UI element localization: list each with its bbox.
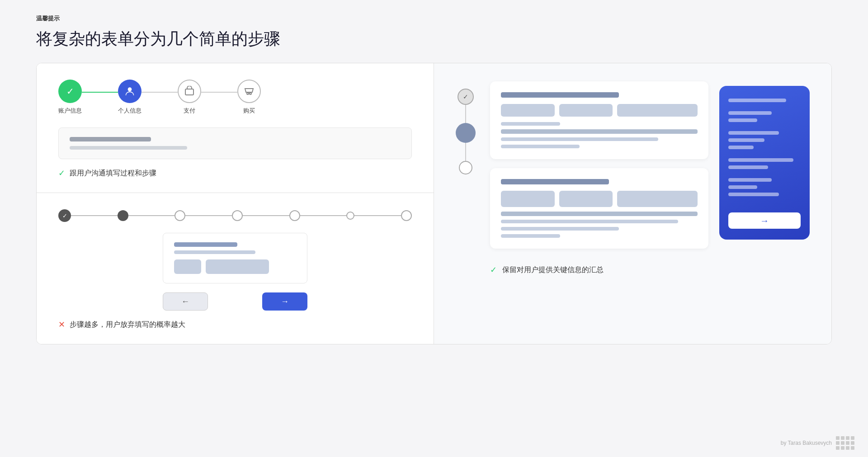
back-button[interactable]: ← — [163, 292, 208, 311]
page-wrapper: 温馨提示 将复杂的表单分为几个简单的步骤 ✓ 账户信息 — [0, 0, 868, 363]
icon-dot-4 — [851, 436, 854, 440]
step-item-1: ✓ 账户信息 — [58, 80, 82, 115]
fc-bar-9 — [501, 227, 619, 231]
sc-bar-8 — [728, 165, 768, 169]
check-icon-green: ✓ — [58, 168, 65, 178]
stepper-good: ✓ 账户信息 个人信息 — [58, 80, 412, 115]
fc-bar-8 — [501, 220, 678, 223]
sc-bar-11 — [728, 193, 779, 196]
step-item-4: 购买 — [237, 80, 261, 115]
bottom-check-icon: ✓ — [490, 265, 497, 275]
stepper-bad: ✓ — [58, 209, 412, 222]
nav-buttons-bad: ← → — [163, 292, 307, 311]
icon-dot-7 — [846, 441, 849, 445]
sc-bar-3 — [728, 118, 757, 122]
fc-bar-7 — [501, 212, 698, 216]
fc-row-1 — [501, 104, 698, 117]
sc-bar-4 — [728, 131, 779, 135]
dot-line-6 — [354, 215, 401, 216]
fc-bar-3 — [501, 129, 698, 134]
sc-bar-1 — [728, 99, 786, 102]
step-item-3: 支付 — [178, 80, 201, 115]
sc-arrow-button[interactable]: → — [728, 212, 801, 229]
v-step-next — [459, 161, 472, 174]
icon-dot-11 — [846, 446, 849, 450]
page-title: 将复杂的表单分为几个简单的步骤 — [36, 28, 832, 50]
icon-grid — [836, 436, 854, 450]
svg-point-0 — [128, 87, 132, 91]
icon-dot-10 — [841, 446, 844, 450]
svg-rect-1 — [185, 89, 193, 95]
dot-outline-4 — [346, 212, 354, 220]
icon-dot-12 — [851, 446, 854, 450]
form-preview-bad — [163, 233, 307, 283]
dot-line-1 — [71, 215, 118, 216]
step-item-2: 个人信息 — [118, 80, 142, 115]
bottom-check-label: 保留对用户提供关键信息的汇总 — [502, 265, 604, 275]
step-label-1: 账户信息 — [58, 107, 82, 115]
dot-outline-1 — [175, 210, 185, 221]
icon-dot-9 — [836, 446, 840, 450]
step-label-4: 购买 — [243, 107, 255, 115]
step-line-3 — [201, 92, 237, 93]
form-bar-light — [174, 250, 255, 254]
v-line-1 — [465, 105, 466, 123]
check-text-good: ✓ 跟用户沟通填写过程和步骤 — [58, 168, 412, 178]
right-with-summary: → — [490, 81, 810, 249]
icon-dot-5 — [836, 441, 840, 445]
check-text-bad: ✕ 步骤越多，用户放弃填写的概率越大 — [58, 320, 412, 330]
dot-filled-1 — [118, 210, 128, 221]
v-step-checked: ✓ — [458, 89, 474, 105]
fc-bar-6 — [501, 179, 609, 184]
fc-bar-2 — [501, 122, 560, 126]
left-top-good: ✓ 账户信息 个人信息 — [37, 63, 434, 193]
fc-item-2b — [559, 191, 613, 207]
fc-item-2c — [617, 191, 698, 207]
left-panel: ✓ 账户信息 个人信息 — [37, 63, 434, 344]
icon-dot-2 — [841, 436, 844, 440]
dot-outline-2 — [232, 210, 243, 221]
right-inner: → ✓ 保留对用户提供关键信息的汇总 — [490, 81, 810, 275]
fc-bar-5 — [501, 145, 580, 148]
tip-label: 温馨提示 — [36, 14, 832, 23]
dot-line-4 — [243, 215, 289, 216]
step-circle-2 — [118, 80, 142, 103]
step-circle-3 — [178, 80, 201, 103]
v-stepper-col: ✓ — [456, 81, 476, 174]
dot-outline-3 — [289, 210, 300, 221]
right-panel: ✓ — [434, 63, 831, 344]
svg-point-2 — [247, 93, 249, 94]
fc-bar-1 — [501, 92, 619, 98]
form-card-2 — [490, 168, 708, 249]
sc-bar-9 — [728, 178, 772, 182]
left-bottom-bad: ✓ — [37, 193, 434, 344]
form-bar-title — [70, 137, 151, 141]
form-card-1 — [490, 81, 708, 159]
step-label-2: 个人信息 — [118, 107, 142, 115]
fc-bar-10 — [501, 234, 560, 238]
v-line-2 — [465, 143, 466, 161]
form-bar-dark — [174, 242, 237, 247]
dot-line-2 — [128, 215, 175, 216]
fc-item-2a — [501, 191, 555, 207]
bottom-check: ✓ 保留对用户提供关键信息的汇总 — [490, 265, 810, 275]
dot-line-5 — [300, 215, 347, 216]
icon-dot-6 — [841, 441, 844, 445]
bad-label: 步骤越多，用户放弃填写的概率越大 — [70, 320, 185, 330]
icon-dot-8 — [851, 441, 854, 445]
svg-point-3 — [250, 93, 251, 94]
icon-dot-1 — [836, 436, 840, 440]
icon-dot-3 — [846, 436, 849, 440]
sc-bar-10 — [728, 185, 757, 189]
step-line-1 — [82, 92, 118, 93]
form-btn-large — [206, 259, 269, 274]
form-bar-sub — [70, 146, 187, 150]
good-label: 跟用户沟通填写过程和步骤 — [70, 169, 156, 178]
form-preview-good — [58, 127, 412, 159]
v-step-current — [456, 123, 476, 143]
fc-item-1c — [617, 104, 698, 117]
main-grid: ✓ 账户信息 个人信息 — [36, 63, 832, 344]
sc-bar-5 — [728, 138, 764, 142]
forward-button[interactable]: → — [262, 292, 307, 311]
form-row-buttons — [174, 259, 296, 274]
